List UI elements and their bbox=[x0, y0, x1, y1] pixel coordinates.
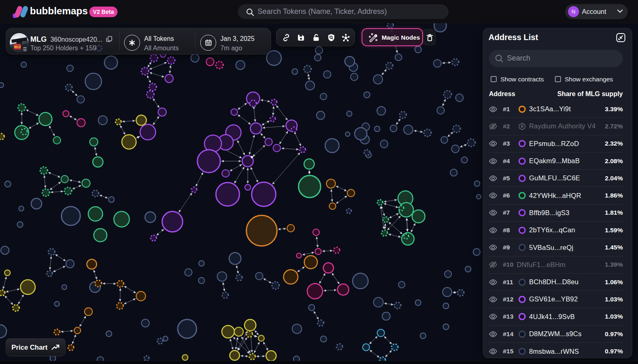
svg-text:MLG: MLG bbox=[14, 45, 21, 49]
